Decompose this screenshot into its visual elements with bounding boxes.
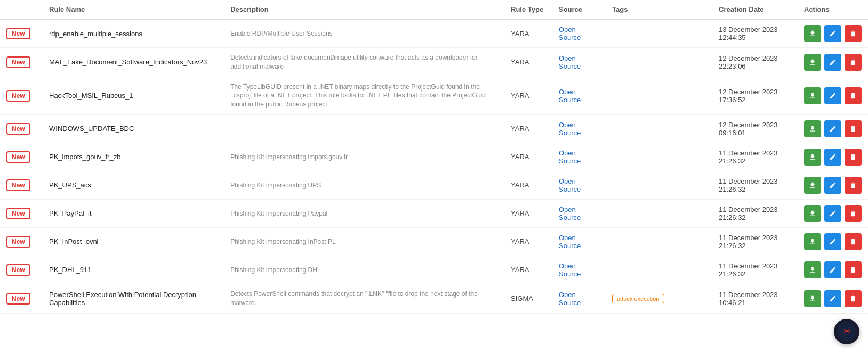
creation-date-cell: 11 December 2023 21:26:32 [712,256,798,284]
edit-button[interactable] [824,149,841,166]
open-source-link[interactable]: Open Source [559,26,581,42]
download-button[interactable] [804,177,821,194]
source-cell: Open Source [552,256,606,284]
creation-date-cell: 12 December 2023 22:23:06 [712,48,798,77]
rule-name-cell: PK_DHL_911 [43,256,224,284]
tags-cell [606,77,712,114]
col-rule-type: Rule Type [504,0,552,19]
rule-type-cell: YARA [504,48,552,77]
download-button[interactable] [804,87,821,104]
creation-date: 11 December 2023 21:26:32 [719,206,778,221]
description-cell: Enable RDP/Multiple User Sessions [224,19,504,48]
creation-date-cell: 11 December 2023 21:26:32 [712,143,798,171]
rule-type: YARA [511,181,529,189]
description-text: The TypeLibGUID present in a .NET binary… [230,83,486,109]
actions-container [804,261,862,278]
edit-button[interactable] [824,205,841,222]
delete-button[interactable] [845,233,862,250]
delete-button[interactable] [845,54,862,71]
edit-button[interactable] [824,261,841,278]
delete-button[interactable] [845,290,862,307]
new-badge: New [6,208,30,219]
table-row: NewPK_PayPal_itPhishing Kit impersonatin… [0,199,868,227]
actions-container [804,149,862,166]
open-source-link[interactable]: Open Source [559,262,581,278]
download-button[interactable] [804,261,821,278]
delete-button[interactable] [845,149,862,166]
source-cell: Open Source [552,19,606,48]
rule-type: YARA [511,237,529,245]
actions-container [804,54,862,71]
delete-button[interactable] [845,261,862,278]
download-button[interactable] [804,120,821,137]
description-text: Phishing Kit impersonating Paypal [230,210,327,217]
edit-button[interactable] [824,290,841,307]
edit-button[interactable] [824,25,841,42]
rule-name: PK_impots_gouv_fr_zb [49,153,120,161]
edit-button[interactable] [824,54,841,71]
rule-name: rdp_enable_multiple_sessions [49,30,142,38]
creation-date-cell: 13 December 2023 12:44:35 [712,19,798,48]
delete-button[interactable] [845,177,862,194]
edit-button[interactable] [824,233,841,250]
table-row: NewPK_UPS_acsPhishing Kit impersonating … [0,171,868,199]
open-source-link[interactable]: Open Source [559,177,581,193]
actions-cell [798,77,868,114]
open-source-link[interactable]: Open Source [559,121,581,137]
description-cell: Phishing Kit impersonating DHL [224,256,504,284]
actions-cell [798,48,868,77]
rule-type: YARA [511,92,529,100]
description-cell: Detects PowerShell commands that decrypt… [224,284,504,313]
source-cell: Open Source [552,114,606,143]
creation-date-cell: 12 December 2023 17:36:52 [712,77,798,114]
rule-name: PK_UPS_acs [49,181,91,189]
description-cell [224,114,504,143]
new-badge: New [6,151,30,163]
delete-button[interactable] [845,120,862,137]
rules-table: Rule Name Description Rule Type Source T… [0,0,868,314]
actions-container [804,87,862,104]
download-button[interactable] [804,290,821,307]
edit-button[interactable] [824,177,841,194]
creation-date: 11 December 2023 21:26:32 [719,149,778,165]
description-cell: Phishing Kit impersonating InPost PL [224,227,504,256]
edit-button[interactable] [824,87,841,104]
tags-cell [606,19,712,48]
badge-cell: New [0,284,43,313]
open-source-link[interactable]: Open Source [559,149,581,165]
rule-type-cell: YARA [504,19,552,48]
edit-button[interactable] [824,120,841,137]
badge-cell: New [0,19,43,48]
creation-date: 13 December 2023 12:44:35 [719,26,778,42]
rule-type-cell: YARA [504,256,552,284]
table-header: Rule Name Description Rule Type Source T… [0,0,868,19]
tags-cell [606,227,712,256]
description-cell: Detects indicators of fake document/imag… [224,48,504,77]
badge-cell: New [0,77,43,114]
creation-date-cell: 12 December 2023 09:16:01 [712,114,798,143]
download-button[interactable] [804,54,821,71]
open-source-link[interactable]: Open Source [559,88,581,104]
download-button[interactable] [804,149,821,166]
tags-cell [606,48,712,77]
tags-cell: attack.execution [606,284,712,313]
download-button[interactable] [804,233,821,250]
description-cell: The TypeLibGUID present in a .NET binary… [224,77,504,114]
description-cell: Phishing Kit impersonating UPS [224,171,504,199]
download-button[interactable] [804,25,821,42]
creation-date: 12 December 2023 09:16:01 [719,121,778,137]
delete-button[interactable] [845,205,862,222]
open-source-link[interactable]: Open Source [559,291,581,307]
delete-button[interactable] [845,25,862,42]
table-row: NewWINDOWS_UPDATE_BDCYARAOpen Source12 D… [0,114,868,143]
open-source-link[interactable]: Open Source [559,206,581,221]
download-button[interactable] [804,205,821,222]
delete-button[interactable] [845,87,862,104]
table-row: NewPK_DHL_911Phishing Kit impersonating … [0,256,868,284]
open-source-link[interactable]: Open Source [559,54,581,70]
col-tags: Tags [606,0,712,19]
actions-container [804,25,862,42]
open-source-link[interactable]: Open Source [559,234,581,250]
rule-name-cell: rdp_enable_multiple_sessions [43,19,224,48]
table-row: Newrdp_enable_multiple_sessionsEnable RD… [0,19,868,48]
